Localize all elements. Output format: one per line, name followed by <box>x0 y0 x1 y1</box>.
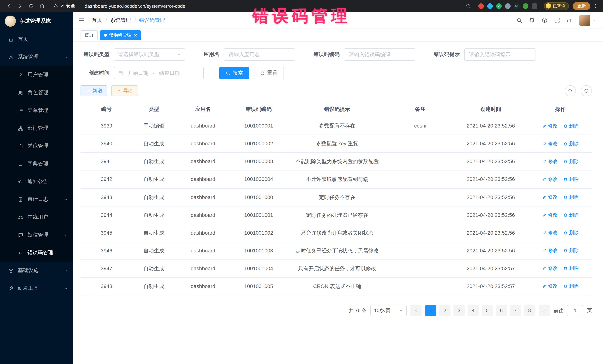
sidebar-item-6[interactable]: 岗位管理 <box>0 137 73 155</box>
user-avatar-menu[interactable] <box>579 15 596 26</box>
edit-link[interactable]: 修改 <box>542 247 557 254</box>
delete-link[interactable]: 删除 <box>563 176 579 183</box>
sidebar-item-8[interactable]: 通知公告 <box>0 173 73 190</box>
table-row: 3946自动生成dashboard1001001003定时任务已经处于该状态，无… <box>81 242 592 260</box>
edit-link[interactable]: 修改 <box>542 140 557 147</box>
page-button-4[interactable]: 4 <box>468 305 479 316</box>
badge-icon <box>18 143 23 149</box>
tab-1[interactable]: 错误码管理× <box>100 30 141 40</box>
forward-icon[interactable] <box>15 1 24 11</box>
sidebar-item-1[interactable]: 系统管理 <box>0 48 73 66</box>
delete-link[interactable]: 删除 <box>563 158 579 165</box>
edit-link[interactable]: 修改 <box>542 122 557 130</box>
people-grid-extension-icon[interactable] <box>505 3 510 9</box>
sidebar-item-2[interactable]: 用户管理 <box>0 66 73 84</box>
puzzle-extension-icon[interactable] <box>532 3 537 9</box>
sidebar-item-11[interactable]: 短信管理 <box>0 226 73 244</box>
delete-link[interactable]: 删除 <box>563 283 579 290</box>
sidebar-item-0[interactable]: 首页 <box>0 30 73 48</box>
back-icon[interactable] <box>4 1 13 11</box>
plus-icon <box>86 88 90 93</box>
reset-button[interactable]: 重置 <box>254 67 284 79</box>
export-button[interactable]: 导出 <box>111 85 138 96</box>
reload-icon[interactable] <box>26 1 36 11</box>
code-cell: 1001000004 <box>231 175 287 184</box>
sidebar-item-10[interactable]: 在线用户 <box>0 208 73 226</box>
edit-link[interactable]: 修改 <box>542 229 557 236</box>
sidebar-item-12[interactable]: 错误码管理 <box>0 244 73 262</box>
delete-link[interactable]: 删除 <box>563 265 579 272</box>
dark-on-extension-icon[interactable]: on <box>514 3 520 9</box>
breadcrumb-item-1[interactable]: 系统管理 <box>110 17 131 23</box>
edit-link[interactable]: 修改 <box>542 176 557 183</box>
green-check-extension-icon[interactable]: ✓ <box>496 3 502 9</box>
tab-0[interactable]: 首页 <box>81 30 98 40</box>
sidebar-item-13[interactable]: 基础设施 <box>0 262 73 279</box>
actions-cell: 修改删除 <box>529 265 592 272</box>
update-button[interactable]: 更新 <box>573 2 590 10</box>
refresh-table-button[interactable] <box>581 85 592 96</box>
sidebar-item-3[interactable]: 角色管理 <box>0 84 73 101</box>
page-size-select[interactable]: 10条/页 <box>370 305 407 316</box>
hint-input[interactable] <box>464 48 535 61</box>
code-cell: 1001001002 <box>231 229 287 237</box>
fullscreen-icon[interactable] <box>554 17 560 23</box>
edit-link[interactable]: 修改 <box>542 283 557 290</box>
sidebar-toggle-icon[interactable] <box>78 17 85 23</box>
add-button[interactable]: 新增 <box>81 85 107 96</box>
sidebar-item-4[interactable]: 菜单管理 <box>0 101 73 119</box>
code-input[interactable] <box>344 48 415 61</box>
end-date-input[interactable] <box>156 70 183 76</box>
delete-link[interactable]: 删除 <box>563 140 579 147</box>
edit-link[interactable]: 修改 <box>542 158 557 165</box>
tab-close-icon[interactable]: × <box>134 33 137 38</box>
page-button-3[interactable]: 3 <box>453 305 464 316</box>
edit-link[interactable]: 修改 <box>542 211 557 219</box>
app-label: 应用名 <box>201 51 224 58</box>
breadcrumb-item-0[interactable]: 首页 <box>92 17 102 23</box>
chrome-menu-icon[interactable] <box>592 3 599 9</box>
green-leaf-extension-icon[interactable] <box>523 3 528 9</box>
date-range-picker[interactable]: - <box>114 67 204 79</box>
github-icon[interactable] <box>529 17 535 23</box>
delete-link[interactable]: 删除 <box>563 194 579 201</box>
goto-page-input[interactable] <box>567 305 583 316</box>
font-size-icon[interactable]: tT <box>567 17 573 23</box>
sidebar-item-7[interactable]: 字典管理 <box>0 155 73 173</box>
paused-badge[interactable]: 已暂停 <box>544 2 569 10</box>
sidebar-item-9[interactable]: 审计日志 <box>0 190 73 208</box>
logo[interactable]: 芋道管理系统 <box>0 12 73 30</box>
table-row: 3944自动生成dashboard1001001001定时任务的处理器已经存在2… <box>81 206 592 224</box>
page-ellipsis[interactable]: ··· <box>510 305 521 316</box>
page-button-6[interactable]: 6 <box>496 305 507 316</box>
created-cell: 2021-04-20 23:52:56 <box>453 229 529 237</box>
extension-icons: ✓on <box>478 3 537 9</box>
edit-icon <box>542 141 546 146</box>
next-page-button[interactable] <box>539 305 550 316</box>
help-icon[interactable] <box>541 17 548 23</box>
red-circle-extension-icon[interactable] <box>478 3 484 9</box>
edit-link[interactable]: 修改 <box>542 194 557 201</box>
page-button-8[interactable]: 8 <box>524 305 535 316</box>
delete-link[interactable]: 删除 <box>563 247 579 254</box>
delete-link[interactable]: 删除 <box>563 122 579 130</box>
prev-page-button[interactable] <box>410 305 422 316</box>
edit-link[interactable]: 修改 <box>542 265 557 272</box>
sidebar-item-14[interactable]: 研发工具 <box>0 279 73 297</box>
type-select[interactable]: 请选择错误码类型 <box>114 48 185 61</box>
app-input[interactable] <box>224 48 295 61</box>
search-icon[interactable] <box>516 17 522 23</box>
page-button-1[interactable]: 1 <box>425 305 436 316</box>
sidebar-item-5[interactable]: 部门管理 <box>0 119 73 137</box>
page-button-2[interactable]: 2 <box>439 305 451 316</box>
teal-drop-extension-icon[interactable] <box>487 3 493 9</box>
start-date-input[interactable] <box>125 70 151 76</box>
hide-search-button[interactable] <box>565 85 576 96</box>
url-bar[interactable]: 不安全 dashboard.yudao.iocoder.cn/system/er… <box>48 3 474 9</box>
browser-home-icon[interactable] <box>37 1 47 11</box>
bookmark-star-icon[interactable] <box>465 3 471 9</box>
search-button[interactable]: 搜索 <box>219 67 249 79</box>
delete-link[interactable]: 删除 <box>563 211 579 219</box>
page-button-5[interactable]: 5 <box>482 305 493 316</box>
delete-link[interactable]: 删除 <box>563 229 579 236</box>
